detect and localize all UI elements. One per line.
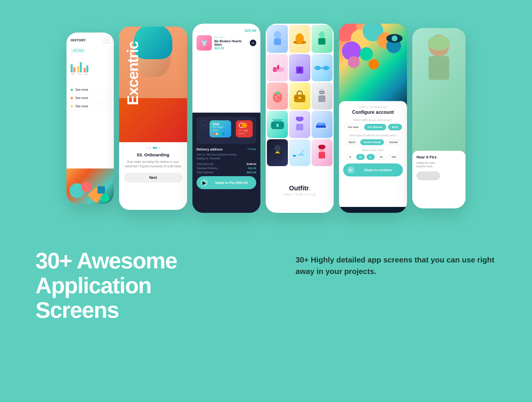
- outfit-cell-10: [267, 111, 288, 138]
- total-items-val: $189.94: [246, 163, 256, 166]
- total-payment-val: $201.84: [246, 171, 256, 174]
- headline-text: 30+ Awesome Application Screens: [35, 248, 236, 322]
- swipe-pay-text: Swipe to Pay $201.84: [211, 181, 252, 184]
- svg-rect-12: [315, 66, 321, 70]
- add-card-button[interactable]: +: [200, 120, 207, 130]
- chart-label-jan: Jan: [71, 73, 74, 75]
- outfit-type-row: Sport Smart Casual Casual: [343, 139, 403, 145]
- delivery-cost-label: Standard Delivery: [197, 167, 218, 170]
- outfit-cell-3: [312, 25, 332, 53]
- cart-item: 👕 Size: M, L No Broken Hearts Shirt $29.…: [197, 35, 256, 51]
- svg-line-15: [314, 67, 315, 68]
- phone-screen-4: Outfitr. FIND YOUR STYLE: [266, 24, 334, 213]
- mastercard-logo: [239, 123, 250, 128]
- phone-screen-2: Excentric 03. Onboarding Ever wake up ha…: [119, 27, 187, 210]
- size-s[interactable]: S: [346, 154, 354, 160]
- option-sport[interactable]: Sport: [345, 139, 359, 145]
- delivery-cost-row: Standard Delivery $12.00: [197, 167, 256, 170]
- description-area: 30+ Highly detailed app screens that you…: [296, 248, 497, 277]
- see-more-item-2[interactable]: See more: [71, 94, 110, 102]
- payment-section: + VISA **** 5467 05/24: [192, 113, 260, 213]
- svg-point-19: [275, 96, 276, 97]
- outfit-cell-5: [289, 54, 310, 81]
- dot-4: [159, 147, 160, 149]
- size-l[interactable]: L: [366, 154, 375, 160]
- size-xl[interactable]: XL: [377, 154, 387, 160]
- item-price: $29.99: [214, 46, 247, 50]
- visa-expiry: 05/24: [213, 129, 228, 132]
- size-xxl[interactable]: XXL: [388, 154, 400, 160]
- next-button[interactable]: Next: [124, 173, 182, 183]
- delivery-address: Unit 15, York Farm Business Centre,Watli…: [197, 153, 256, 161]
- outfitr-logo-text: Outfitr.: [289, 184, 310, 192]
- svg-rect-36: [316, 126, 326, 128]
- outfitr-wordmark: Outfitr: [289, 184, 309, 192]
- svg-point-21: [276, 98, 278, 100]
- svg-point-0: [274, 31, 281, 39]
- outfit-generator-label: OUTFIT GENERATOR: [343, 106, 403, 108]
- card-color-dot-2: [216, 133, 218, 135]
- outfit-cell-13: [267, 139, 288, 166]
- svg-point-4: [319, 31, 325, 38]
- see-more-item-1[interactable]: See more: [71, 86, 110, 94]
- hear-text: Hating the cloth...Explore hund...: [416, 161, 461, 168]
- outfit-grid: [266, 24, 334, 167]
- outfitr-dot: .: [309, 184, 310, 192]
- see-more-list: See more See more See more: [71, 86, 110, 111]
- outfit-cell-15: [312, 139, 332, 166]
- outfit-cell-2: [289, 25, 310, 53]
- svg-point-3: [296, 33, 304, 44]
- outfit-cell-7: [267, 82, 288, 110]
- size-m[interactable]: M: [356, 154, 365, 160]
- swipe-to-pay-button[interactable]: ▶ Swipe to Pay $201.84: [197, 176, 256, 189]
- option-for-women[interactable]: For Women: [364, 124, 386, 130]
- chart-area: Jan Feb Mar: [71, 57, 110, 81]
- mastercard[interactable]: **** 260 09/24: [236, 120, 253, 137]
- item-quantity-badge: x1: [250, 40, 256, 46]
- see-more-item-3[interactable]: See more: [71, 102, 110, 111]
- visa-card[interactable]: VISA **** 5467 05/24: [210, 120, 231, 137]
- svg-rect-26: [318, 95, 325, 102]
- svg-rect-5: [318, 38, 325, 45]
- option-both[interactable]: Both: [388, 124, 402, 130]
- phone-screen-3: $29.99 👕 Size: M, L No Broken Hearts Shi…: [192, 24, 260, 213]
- question-3: What is your size?: [343, 149, 403, 152]
- size-text: Size:: [214, 36, 220, 39]
- delivery-title: Delivery address: [197, 147, 223, 151]
- mastercard-expiry: 09/24: [239, 132, 250, 135]
- svg-point-47: [428, 35, 450, 50]
- headline-line-3: Screens: [35, 298, 236, 322]
- option-casual[interactable]: Casual: [386, 139, 401, 145]
- phone-screen-5: OUTFIT GENERATOR Configure account What …: [339, 24, 407, 213]
- option-for-man[interactable]: For man: [344, 124, 362, 130]
- outfit-cell-6: [312, 54, 332, 81]
- swipe-to-continue-button[interactable]: ▶ Swipe to continue: [343, 163, 403, 176]
- svg-line-16: [329, 67, 330, 68]
- fashion-model-photo: CHRISTIAN DI...: [412, 28, 466, 154]
- size-label: Size: M, L: [214, 36, 247, 39]
- svg-point-9: [297, 60, 303, 67]
- svg-point-20: [278, 95, 279, 96]
- cart-items-section: $29.99 👕 Size: M, L No Broken Hearts Shi…: [192, 24, 260, 113]
- card-color-dot-3: [219, 133, 221, 135]
- see-more-text-2: See more: [75, 96, 88, 100]
- outfit-options-row: For man For Women Both: [343, 124, 403, 130]
- headline-area: 30+ Awesome Application Screens: [35, 248, 236, 322]
- all-time-badge[interactable]: All Time: [71, 48, 86, 53]
- external-link-icon[interactable]: ↗: [104, 37, 110, 43]
- see-more-text-3: See more: [75, 105, 88, 108]
- outfitr-tagline: FIND YOUR STYLE: [283, 193, 316, 196]
- dot-3: [153, 147, 157, 149]
- visa-label: VISA: [213, 123, 228, 126]
- delivery-change-button[interactable]: Change: [247, 147, 256, 150]
- option-smart-casual[interactable]: Smart Casual: [360, 139, 384, 145]
- bottom-section: 30+ Awesome Application Screens 30+ High…: [0, 231, 532, 402]
- dot-1: [146, 147, 148, 149]
- headline-line-1: 30+ Awesome: [35, 248, 236, 273]
- delivery-cost-val: $12.00: [248, 167, 256, 170]
- outfit-cell-14: [289, 139, 310, 166]
- cart-item-thumbnail: 👕: [197, 35, 212, 51]
- onboarding-title: 03. Onboarding: [124, 152, 182, 157]
- hear-it-first-card: Hear it Firs Hating the cloth...Explore …: [412, 151, 466, 208]
- svg-rect-43: [319, 152, 325, 158]
